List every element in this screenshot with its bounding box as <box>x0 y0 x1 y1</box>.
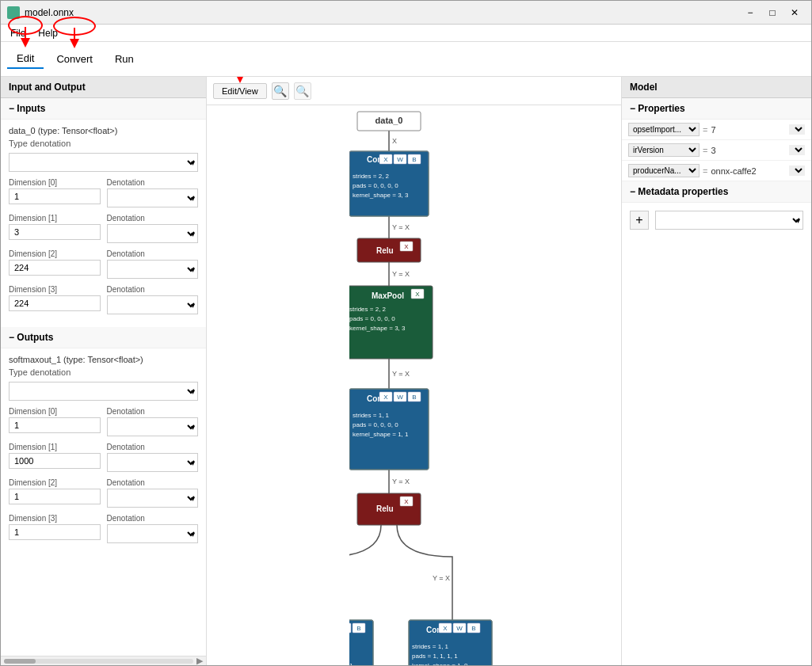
out-den-group-2: Denotation <box>107 478 199 508</box>
toolbar-edit[interactable]: Edit <box>7 49 44 69</box>
window-title: model.onnx <box>25 7 74 18</box>
prop-name-select-1[interactable]: irVersion <box>628 143 700 157</box>
window-controls: − □ ✕ <box>740 5 805 21</box>
out-den-wrapper-2 <box>107 489 199 508</box>
edit-view-button[interactable]: Edit/View <box>213 83 267 99</box>
svg-text:Y = X: Y = X <box>392 223 410 231</box>
out-den-select-3[interactable] <box>107 524 199 543</box>
metadata-select-wrapper <box>655 211 803 230</box>
out-den-select-2[interactable] <box>107 489 199 508</box>
svg-text:Y = X: Y = X <box>392 478 410 485</box>
svg-text:kernel_shape = 1, 1: kernel_shape = 1, 1 <box>353 431 409 438</box>
svg-text:kernel_shape = 3, 3: kernel_shape = 3, 3 <box>353 192 409 199</box>
maximize-button[interactable]: □ <box>762 5 783 21</box>
close-button[interactable]: ✕ <box>784 5 805 21</box>
den-select-1[interactable] <box>107 224 199 243</box>
out-dim-input-0[interactable] <box>9 417 101 433</box>
zoom-in-button[interactable]: 🔍 <box>272 82 289 100</box>
toolbar-convert[interactable]: Convert <box>47 50 102 68</box>
minimize-button[interactable]: − <box>740 5 761 21</box>
den-select-wrapper-1 <box>107 224 199 243</box>
out-dim-row-0: Dimension [0] Denotation <box>9 407 198 436</box>
menu-file[interactable]: File <box>4 26 32 40</box>
prop-value-select-0[interactable] <box>789 124 805 135</box>
canvas-toolbar: Edit/View 🔍 🔍 <box>207 77 621 105</box>
prop-row-0: opsetImport... = 7 <box>622 120 811 140</box>
dim-group-0: Dimension [0] <box>9 178 101 204</box>
svg-text:MaxPool: MaxPool <box>372 291 404 300</box>
properties-section-header: − Properties <box>622 98 811 120</box>
svg-text:kernel_shape = 3, 3: kernel_shape = 3, 3 <box>349 325 406 332</box>
out-dim-row-2: Dimension [2] Denotation <box>9 478 198 508</box>
out-dim-group-2: Dimension [2] <box>9 478 101 504</box>
dim-row-3: Dimension [3] Denotation <box>9 285 198 314</box>
right-panel-header: Model <box>622 77 811 98</box>
bottom-scrollbar[interactable]: ▶ <box>1 656 206 665</box>
den-select-3[interactable] <box>107 295 199 314</box>
out-den-group-0: Denotation <box>107 407 199 436</box>
out-dim-input-3[interactable] <box>9 524 101 540</box>
dim-row-0: Dimension [0] Denotation <box>9 178 198 207</box>
metadata-section-header: − Metadata properties <box>622 181 811 203</box>
right-panel: Model − Properties opsetImport... <box>621 77 811 665</box>
zoom-out-button[interactable]: 🔍 <box>294 82 311 100</box>
out-dim-input-1[interactable] <box>9 453 101 469</box>
input-output-arrow <box>4 77 51 80</box>
out-den-select-1[interactable] <box>107 453 199 472</box>
svg-text:X: X <box>404 498 409 505</box>
main-window: model.onnx − □ ✕ File Help Edit Convert <box>0 0 812 666</box>
out-dim-group-0: Dimension [0] <box>9 407 101 433</box>
dim-row-1: Dimension [1] Denotation <box>9 214 198 243</box>
dim-input-2[interactable] <box>9 260 101 276</box>
input-name: data_0 (type: Tensor<float>) <box>9 126 198 135</box>
prop-value-select-2[interactable] <box>789 166 805 176</box>
output-type-denotation-select[interactable] <box>9 382 198 401</box>
out-den-group-1: Denotation <box>107 443 199 472</box>
svg-text:B: B <box>471 625 475 632</box>
svg-text:X: X <box>383 394 388 401</box>
dim-input-3[interactable] <box>9 295 101 311</box>
menu-help[interactable]: Help <box>32 26 64 40</box>
output-type-denotation-label: Type denotation <box>9 367 198 377</box>
toolbar-run[interactable]: Run <box>105 50 143 68</box>
svg-text:X: X <box>415 291 420 298</box>
type-denotation-select-wrapper <box>9 153 198 172</box>
svg-text:B: B <box>412 156 416 163</box>
out-dim-input-2[interactable] <box>9 489 101 504</box>
type-denotation-select[interactable] <box>9 153 198 172</box>
svg-text:kernel_shape = 1, 1: kernel_shape = 1, 1 <box>349 662 353 665</box>
metadata-select[interactable] <box>655 211 803 230</box>
out-dim-group-3: Dimension [3] <box>9 514 101 540</box>
svg-text:W: W <box>397 156 403 163</box>
out-den-wrapper-1 <box>107 453 199 472</box>
den-group-3: Denotation <box>107 285 199 314</box>
svg-text:W: W <box>397 394 403 401</box>
svg-text:strides = 2, 2: strides = 2, 2 <box>353 173 390 180</box>
den-select-2[interactable] <box>107 260 199 279</box>
scroll-arrow[interactable]: ▶ <box>196 656 203 665</box>
out-den-select-0[interactable] <box>107 417 199 436</box>
svg-text:W: W <box>456 625 463 632</box>
left-panel: Input and Output − Inputs data_0 (type: <box>1 77 207 665</box>
prop-name-select-0[interactable]: opsetImport... <box>628 123 700 136</box>
edit-view-wrapper: Edit/View <box>213 83 267 99</box>
right-panel-header-wrapper: Model <box>622 77 811 98</box>
den-select-wrapper-2 <box>107 260 199 279</box>
center-canvas: Edit/View 🔍 🔍 <box>207 77 621 665</box>
prop-name-select-2[interactable]: producerNa... <box>628 164 700 177</box>
den-group-0: Denotation <box>107 178 199 207</box>
add-metadata-button[interactable]: + <box>630 211 649 230</box>
metadata-add-row: + <box>630 207 803 233</box>
dim-input-1[interactable] <box>9 224 101 240</box>
prop-value-select-1[interactable] <box>789 145 805 155</box>
main-area: Input and Output − Inputs data_0 (type: <box>1 77 811 665</box>
svg-text:pads = 1, 1, 1, 1: pads = 1, 1, 1, 1 <box>412 653 458 660</box>
left-panel-header: Input and Output <box>1 77 206 98</box>
den-select-0[interactable] <box>107 188 199 207</box>
dim-input-0[interactable] <box>9 188 101 204</box>
graph-area[interactable]: X Y = X Y = X Y = X Y = X Y = X <box>207 105 621 665</box>
den-select-wrapper-3 <box>107 295 199 314</box>
out-den-wrapper-3 <box>107 524 199 543</box>
out-dim-row-1: Dimension [1] Denotation <box>9 443 198 472</box>
den-group-2: Denotation <box>107 249 199 279</box>
